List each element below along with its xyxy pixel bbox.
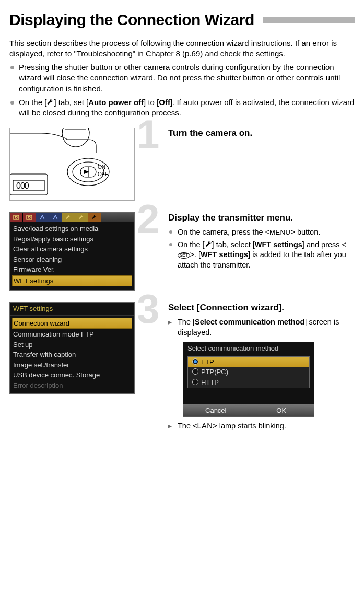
- menu-header: WFT settings: [10, 303, 134, 316]
- step-2-item-1: On the camera, press the <MENU> button.: [168, 227, 355, 238]
- ok-button[interactable]: OK: [249, 404, 314, 417]
- tab-icon: [36, 213, 49, 222]
- off-label: OFF: [98, 171, 108, 177]
- menu-item: Clear all camera settings: [13, 244, 131, 254]
- menu-item: Sensor cleaning: [13, 254, 131, 265]
- intro-bullet-1: Pressing the shutter button or other cam…: [9, 62, 355, 94]
- step-2-title: Display the transmitter menu.: [168, 212, 355, 224]
- tab-icon: [10, 213, 23, 222]
- menu-item: Firmware Ver.: [13, 264, 131, 275]
- svg-text:000: 000: [16, 181, 29, 190]
- wrench-icon: [46, 99, 54, 106]
- tab-icon: [62, 213, 75, 222]
- comm-option[interactable]: PTP(PC): [188, 367, 309, 377]
- comm-method-screenshot: Select communication method FTPPTP(PC)HT…: [183, 342, 314, 417]
- tab-icon: [23, 213, 36, 222]
- svg-point-9: [15, 216, 17, 218]
- step-2-item-2: On the [] tab, select [WFT settings] and…: [168, 240, 355, 271]
- svg-point-11: [28, 216, 30, 218]
- intro-bullets: Pressing the shutter button or other cam…: [9, 62, 355, 118]
- menu-item: Set up: [13, 340, 131, 350]
- step-2: Save/load settings on mediaRegist/apply …: [9, 212, 355, 291]
- tab-icon: [75, 213, 88, 222]
- tab-icon: [88, 213, 101, 222]
- menu-item: Communication mode FTP: [13, 329, 131, 340]
- svg-rect-8: [14, 215, 19, 219]
- menu-item: Transfer with caption: [13, 350, 131, 360]
- step-1: 000 ON OFF 1 Turn the camera on.: [9, 128, 355, 201]
- svg-rect-10: [27, 215, 32, 219]
- intro-paragraph: This section describes the process of fo…: [9, 38, 355, 60]
- step-3: WFT settings Connection wizardCommunicat…: [9, 302, 355, 433]
- title-decoration-bar: [263, 17, 355, 23]
- on-label: ON: [98, 164, 105, 170]
- set-button-glyph: SET: [178, 252, 190, 259]
- menu-item: Connection wizard: [12, 318, 132, 329]
- tab-icon: [49, 213, 62, 222]
- comm-option[interactable]: FTP: [188, 357, 309, 367]
- menu-screenshot-step2: Save/load settings on mediaRegist/apply …: [9, 212, 135, 291]
- camera-power-diagram: 000 ON OFF: [9, 128, 135, 201]
- svg-rect-1: [10, 174, 48, 195]
- menu-glyph: MENU: [269, 228, 290, 236]
- comm-option[interactable]: HTTP: [188, 377, 309, 388]
- menu-item: WFT settings: [12, 275, 132, 287]
- wrench-icon: [205, 241, 212, 248]
- menu-item: Regist/apply basic settings: [13, 234, 131, 245]
- svg-point-0: [62, 128, 89, 147]
- step-1-title: Turn the camera on.: [168, 128, 355, 140]
- menu-item: Save/load settings on media: [13, 224, 131, 234]
- page-title: Displaying the Connection Wizard: [9, 9, 254, 31]
- menu-item: Error description: [13, 380, 131, 391]
- step-3-result-2: The <LAN> lamp starts blinking.: [168, 421, 355, 432]
- menu-tabs: [10, 213, 134, 222]
- page-title-row: Displaying the Connection Wizard: [9, 9, 355, 31]
- menu-item: USB device connec. Storage: [13, 370, 131, 380]
- cancel-button[interactable]: Cancel: [183, 404, 249, 417]
- menu-item: Image sel./transfer: [13, 360, 131, 370]
- intro-bullet-2: On the [] tab, set [Auto power off] to […: [9, 97, 355, 119]
- comm-title: Select communication method: [183, 342, 314, 355]
- step-3-result-1: The [Select communication method] screen…: [168, 317, 355, 338]
- menu-screenshot-step3: WFT settings Connection wizardCommunicat…: [9, 302, 135, 394]
- step-3-title: Select [Connection wizard].: [168, 302, 355, 314]
